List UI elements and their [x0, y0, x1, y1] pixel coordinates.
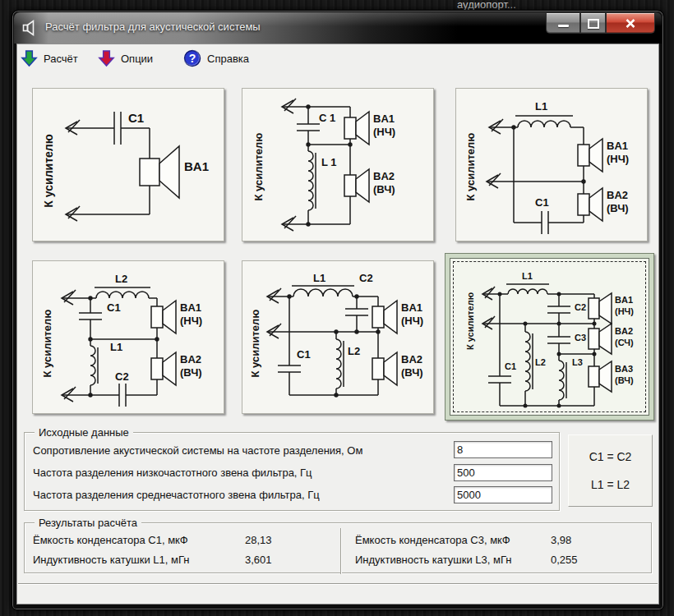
amp-arrow-middle — [267, 324, 281, 338]
capacitor-c1 — [542, 211, 548, 234]
minimize-button[interactable] — [546, 13, 580, 34]
toolbar-item-help[interactable]: ? Справка — [183, 48, 249, 68]
capacitor-c1 — [297, 124, 320, 131]
maximize-icon — [588, 19, 599, 29]
inductor-l3 — [559, 361, 566, 400]
maximize-button[interactable] — [580, 13, 606, 34]
toolbar: Расчёт Опции ? Справка — [17, 44, 658, 72]
speaker-ba1 — [578, 139, 602, 172]
low-crossover-freq-input[interactable] — [454, 464, 552, 481]
label-ba1-band: (НЧ) — [615, 306, 634, 316]
wires — [267, 297, 378, 395]
results-group-title: Результаты расчёта — [35, 517, 141, 529]
mid-crossover-freq-label: Частота разделения среднечастотного звен… — [33, 489, 320, 501]
equality-note-box: C1 = C2 L1 = L2 — [568, 434, 653, 507]
label-ba1: BA1 — [615, 295, 633, 305]
capacitor-c2 — [547, 306, 570, 313]
result-c3-label: Ёмкость конденсатора C3, мкФ — [355, 534, 510, 546]
label-ba2: BA2 — [607, 189, 628, 201]
circuit-diagram-2: К усилителю — [242, 89, 433, 241]
capacitor-c1 — [488, 376, 511, 383]
label-ba1-band: (НЧ) — [373, 126, 395, 138]
toolbar-item-calc[interactable]: Расчёт — [21, 48, 78, 68]
selected-panel-inner: К усилителю — [450, 258, 649, 416]
inductor-l2 — [336, 339, 344, 388]
label-ba1: BA1 — [401, 301, 422, 314]
impedance-input[interactable] — [454, 441, 552, 458]
speaker-ba2 — [589, 324, 612, 354]
equality-l1-l2: L1 = L2 — [569, 478, 652, 491]
amp-label: К усилителю — [249, 310, 261, 378]
label-ba2: BA2 — [615, 326, 633, 336]
filter-scheme-panel-2[interactable]: К усилителю — [242, 88, 434, 241]
speaker-ba1 — [151, 301, 176, 333]
titlebar[interactable]: Расчёт фильтра для акустической системы — [14, 12, 662, 44]
amp-arrow-top — [482, 287, 495, 300]
amp-arrow-middle — [482, 316, 495, 329]
equality-c1-c2: C1 = C2 — [569, 450, 652, 463]
label-ba2-band: (ВЧ) — [180, 366, 202, 379]
result-l3-label: Индуктивность катушки L3, мГн — [355, 554, 511, 566]
inductor-l2 — [95, 287, 150, 298]
app-window: Расчёт фильтра для акустической системы — [12, 10, 664, 610]
speaker-ba2 — [372, 352, 397, 385]
speaker-ba2 — [578, 188, 602, 221]
amp-arrow-top — [62, 290, 76, 305]
label-ba1: BA1 — [180, 301, 201, 314]
label-ba2-band: (ВЧ) — [607, 202, 629, 214]
amp-arrow-top — [267, 288, 281, 303]
inductor-l2 — [525, 332, 533, 391]
close-button[interactable] — [606, 13, 655, 34]
capacitor-c2 — [345, 309, 368, 315]
filter-scheme-panel-3[interactable]: К усилителю — [455, 88, 648, 241]
label-c3: C3 — [575, 333, 586, 342]
input-data-group: Исходные данные Сопротивление акустическ… — [24, 432, 560, 511]
speaker-ba1 — [589, 293, 612, 324]
capacitor-c1 — [79, 313, 102, 319]
circuit-diagram-5: К усилителю — [242, 261, 433, 413]
status-bar — [18, 583, 658, 602]
capacitor-c2 — [119, 384, 126, 407]
wires — [66, 128, 150, 214]
filter-scheme-panel-1[interactable]: К усилителю — [32, 88, 224, 241]
label-c1: C1 — [535, 196, 549, 209]
window-controls — [546, 13, 655, 34]
label-c1: C 1 — [319, 112, 335, 124]
amp-label: К усилителю — [41, 310, 53, 378]
label-ba1-band: (НЧ) — [607, 153, 629, 165]
label-ba1: BA1 — [184, 159, 209, 173]
amp-arrow-bottom — [282, 216, 296, 231]
label-ba2-band: (ВЧ) — [373, 183, 395, 195]
result-c1-value: 28,13 — [245, 534, 272, 546]
result-l1-label: Индуктивность катушки L1, мГн — [33, 554, 189, 566]
label-l1: L1 — [110, 341, 122, 353]
label-l3: L3 — [572, 357, 583, 367]
circuit-diagram-4: К усилителю — [33, 261, 224, 413]
results-divider — [340, 528, 341, 574]
toolbar-item-options-label: Опции — [121, 53, 153, 65]
inductor-l1 — [292, 286, 354, 297]
result-l1-value: 3,601 — [245, 554, 272, 566]
label-ba1-band: (НЧ) — [401, 315, 423, 327]
amp-label: К усилителю — [252, 133, 265, 201]
results-group: Результаты расчёта Ёмкость конденсатора … — [24, 522, 652, 573]
low-crossover-freq-label: Частота разделения низкочастотного звена… — [33, 467, 312, 479]
label-l1: L 1 — [321, 156, 337, 168]
label-c2: C2 — [359, 272, 373, 284]
blue-help-circle-icon: ? — [183, 49, 201, 67]
toolbar-item-options[interactable]: Опции — [98, 48, 153, 68]
filter-scheme-panel-6-selected[interactable]: К усилителю — [445, 253, 654, 421]
amp-label: К усилителю — [464, 133, 477, 201]
amp-label: К усилителю — [465, 292, 475, 350]
amp-arrow-middle — [487, 173, 501, 188]
filter-scheme-panel-4[interactable]: К усилителю — [32, 260, 224, 414]
amp-arrow-top — [282, 99, 296, 113]
label-c1: C1 — [128, 111, 144, 125]
mid-crossover-freq-input[interactable] — [454, 486, 552, 503]
input-data-group-title: Исходные данные — [35, 426, 133, 439]
circuit-diagram-3: К усилителю — [456, 89, 647, 241]
filter-scheme-panel-5[interactable]: К усилителю — [242, 260, 434, 414]
label-c1: C1 — [297, 348, 311, 361]
circuit-diagram-1: К усилителю — [33, 89, 224, 241]
amp-label: К усилителю — [42, 134, 55, 207]
